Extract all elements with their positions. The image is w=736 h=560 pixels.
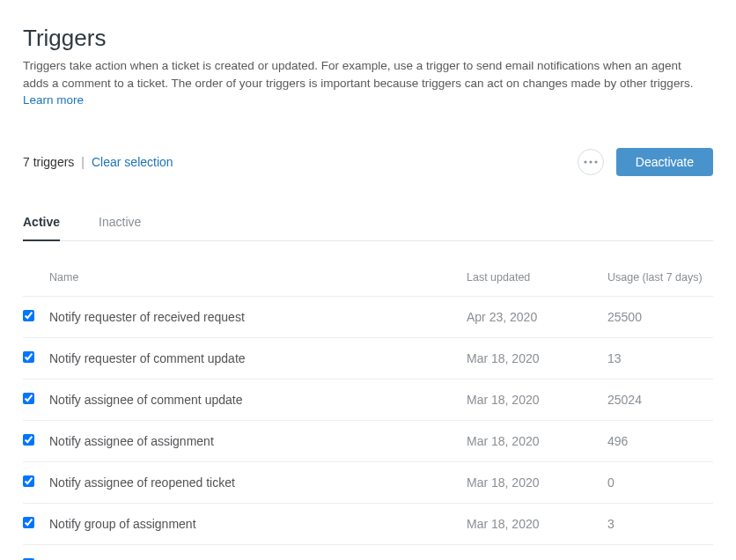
row-usage: 13: [607, 351, 713, 365]
more-actions-button[interactable]: [578, 149, 604, 175]
row-checkbox-cell: [23, 434, 49, 448]
col-usage-header: Usage (last 7 days): [607, 271, 713, 284]
separator: |: [81, 155, 85, 169]
row-checkbox-cell: [23, 351, 49, 365]
row-name: Notify assignee of reopened ticket: [49, 475, 467, 490]
svg-point-2: [594, 160, 597, 163]
row-checkbox[interactable]: [23, 517, 34, 528]
learn-more-link[interactable]: Learn more: [23, 93, 84, 107]
row-usage: 25500: [607, 310, 713, 324]
row-updated: Mar 18, 2020: [467, 434, 607, 448]
row-name: Notify requester of received request: [49, 310, 467, 324]
description-text: Triggers take action when a ticket is cr…: [23, 59, 693, 90]
row-checkbox-cell: [23, 517, 49, 531]
row-updated: Mar 18, 2020: [467, 517, 607, 531]
table-header: Name Last updated Usage (last 7 days): [23, 259, 713, 297]
row-updated: Mar 18, 2020: [467, 351, 607, 365]
row-usage: 0: [607, 475, 713, 490]
page-description: Triggers take action when a ticket is cr…: [23, 57, 701, 109]
table-row[interactable]: Notify assignee of assignmentMar 18, 202…: [23, 421, 713, 462]
tab-active[interactable]: Active: [23, 215, 60, 241]
row-name: Notify assignee of assignment: [49, 434, 467, 448]
table-row[interactable]: Notify assignee of reopened ticketMar 18…: [23, 462, 713, 504]
page-title: Triggers: [23, 25, 713, 52]
row-checkbox[interactable]: [23, 434, 34, 446]
row-checkbox[interactable]: [23, 393, 34, 404]
row-usage: 496: [607, 434, 713, 448]
table-row[interactable]: Notify assignee of comment updateMar 18,…: [23, 379, 713, 421]
row-checkbox-cell: [23, 393, 49, 407]
ellipsis-icon: [584, 160, 598, 164]
svg-point-0: [584, 160, 586, 163]
triggers-table: Name Last updated Usage (last 7 days) No…: [23, 259, 713, 560]
row-checkbox[interactable]: [23, 475, 34, 487]
row-usage: 25024: [607, 393, 713, 407]
row-updated: Mar 18, 2020: [467, 393, 607, 407]
row-usage: 3: [607, 517, 713, 531]
deactivate-button[interactable]: Deactivate: [616, 148, 713, 176]
row-checkbox-cell: [23, 310, 49, 324]
row-updated: Mar 18, 2020: [467, 475, 607, 490]
col-name-header: Name: [49, 271, 467, 284]
row-checkbox[interactable]: [23, 310, 34, 321]
table-row[interactable]: Notify group of assignmentMar 18, 20203: [23, 504, 713, 545]
table-row[interactable]: NotifyMay 22, 20200: [23, 545, 713, 560]
clear-selection-link[interactable]: Clear selection: [92, 155, 173, 169]
row-name: Notify group of assignment: [49, 517, 467, 531]
table-row[interactable]: Notify requester of received requestApr …: [23, 297, 713, 338]
tabs: Active Inactive: [23, 215, 713, 241]
row-checkbox[interactable]: [23, 351, 34, 363]
svg-point-1: [589, 160, 592, 163]
table-row[interactable]: Notify requester of comment updateMar 18…: [23, 338, 713, 379]
row-updated: Apr 23, 2020: [467, 310, 607, 324]
toolbar: 7 triggers | Clear selection Deactivate: [23, 148, 713, 176]
col-updated-header: Last updated: [467, 271, 607, 284]
tab-inactive[interactable]: Inactive: [99, 215, 141, 240]
row-name: Notify requester of comment update: [49, 351, 467, 365]
row-name: Notify assignee of comment update: [49, 393, 467, 407]
trigger-count: 7 triggers: [23, 155, 74, 169]
row-checkbox-cell: [23, 475, 49, 490]
